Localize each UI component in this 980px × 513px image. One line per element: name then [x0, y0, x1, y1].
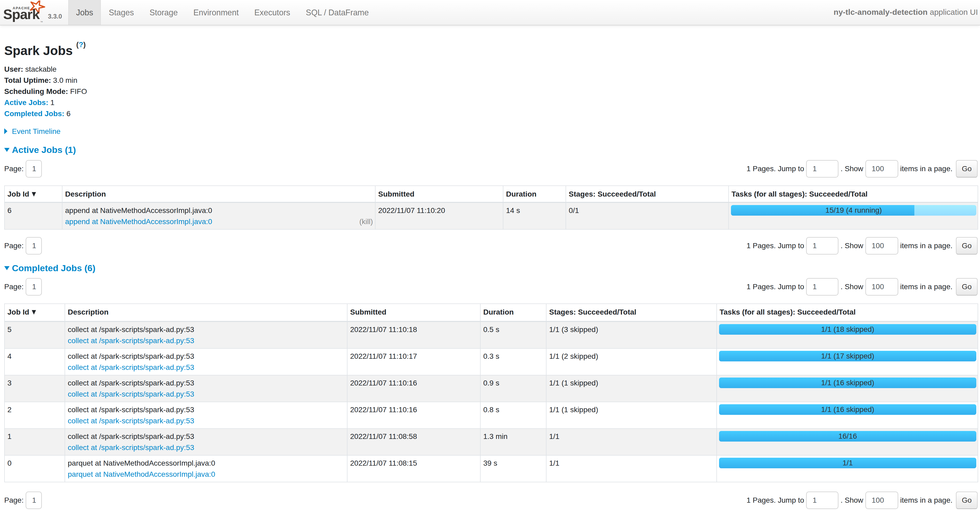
svg-text:Spark: Spark: [4, 6, 40, 22]
svg-text:™: ™: [40, 21, 43, 24]
